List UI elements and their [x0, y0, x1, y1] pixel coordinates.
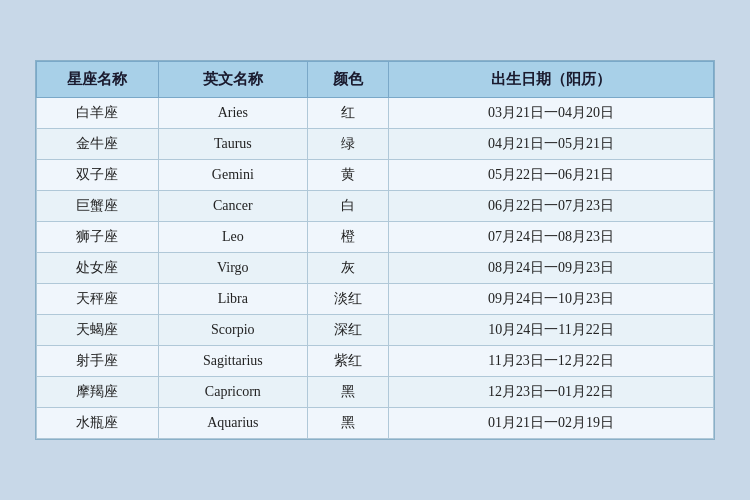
- cell-en: Taurus: [158, 129, 307, 160]
- cell-date: 06月22日一07月23日: [389, 191, 714, 222]
- cell-en: Libra: [158, 284, 307, 315]
- cell-en: Virgo: [158, 253, 307, 284]
- table-row: 金牛座Taurus绿04月21日一05月21日: [37, 129, 714, 160]
- table-row: 水瓶座Aquarius黑01月21日一02月19日: [37, 408, 714, 439]
- cell-date: 11月23日一12月22日: [389, 346, 714, 377]
- cell-zh: 金牛座: [37, 129, 159, 160]
- cell-color: 灰: [307, 253, 388, 284]
- cell-zh: 摩羯座: [37, 377, 159, 408]
- cell-date: 12月23日一01月22日: [389, 377, 714, 408]
- table-row: 天蝎座Scorpio深红10月24日一11月22日: [37, 315, 714, 346]
- table-row: 处女座Virgo灰08月24日一09月23日: [37, 253, 714, 284]
- cell-en: Sagittarius: [158, 346, 307, 377]
- table-row: 巨蟹座Cancer白06月22日一07月23日: [37, 191, 714, 222]
- cell-date: 10月24日一11月22日: [389, 315, 714, 346]
- cell-color: 黑: [307, 377, 388, 408]
- cell-color: 黑: [307, 408, 388, 439]
- cell-color: 橙: [307, 222, 388, 253]
- cell-zh: 巨蟹座: [37, 191, 159, 222]
- cell-color: 黄: [307, 160, 388, 191]
- cell-en: Scorpio: [158, 315, 307, 346]
- cell-color: 红: [307, 98, 388, 129]
- cell-date: 09月24日一10月23日: [389, 284, 714, 315]
- table-row: 射手座Sagittarius紫红11月23日一12月22日: [37, 346, 714, 377]
- cell-date: 04月21日一05月21日: [389, 129, 714, 160]
- header-en-name: 英文名称: [158, 62, 307, 98]
- cell-en: Capricorn: [158, 377, 307, 408]
- cell-en: Aquarius: [158, 408, 307, 439]
- cell-zh: 双子座: [37, 160, 159, 191]
- table-row: 天秤座Libra淡红09月24日一10月23日: [37, 284, 714, 315]
- cell-en: Leo: [158, 222, 307, 253]
- cell-zh: 白羊座: [37, 98, 159, 129]
- header-color: 颜色: [307, 62, 388, 98]
- cell-zh: 狮子座: [37, 222, 159, 253]
- header-date: 出生日期（阳历）: [389, 62, 714, 98]
- cell-zh: 水瓶座: [37, 408, 159, 439]
- cell-color: 紫红: [307, 346, 388, 377]
- header-zh-name: 星座名称: [37, 62, 159, 98]
- table-row: 双子座Gemini黄05月22日一06月21日: [37, 160, 714, 191]
- table-row: 白羊座Aries红03月21日一04月20日: [37, 98, 714, 129]
- cell-date: 08月24日一09月23日: [389, 253, 714, 284]
- cell-zh: 天秤座: [37, 284, 159, 315]
- cell-date: 05月22日一06月21日: [389, 160, 714, 191]
- table-header-row: 星座名称 英文名称 颜色 出生日期（阳历）: [37, 62, 714, 98]
- cell-date: 07月24日一08月23日: [389, 222, 714, 253]
- cell-zh: 天蝎座: [37, 315, 159, 346]
- table-row: 狮子座Leo橙07月24日一08月23日: [37, 222, 714, 253]
- cell-color: 淡红: [307, 284, 388, 315]
- cell-zh: 射手座: [37, 346, 159, 377]
- zodiac-table: 星座名称 英文名称 颜色 出生日期（阳历） 白羊座Aries红03月21日一04…: [36, 61, 714, 439]
- cell-color: 深红: [307, 315, 388, 346]
- cell-en: Cancer: [158, 191, 307, 222]
- cell-en: Aries: [158, 98, 307, 129]
- cell-color: 绿: [307, 129, 388, 160]
- table-body: 白羊座Aries红03月21日一04月20日金牛座Taurus绿04月21日一0…: [37, 98, 714, 439]
- zodiac-table-container: 星座名称 英文名称 颜色 出生日期（阳历） 白羊座Aries红03月21日一04…: [35, 60, 715, 440]
- table-row: 摩羯座Capricorn黑12月23日一01月22日: [37, 377, 714, 408]
- cell-zh: 处女座: [37, 253, 159, 284]
- cell-date: 01月21日一02月19日: [389, 408, 714, 439]
- cell-en: Gemini: [158, 160, 307, 191]
- cell-color: 白: [307, 191, 388, 222]
- cell-date: 03月21日一04月20日: [389, 98, 714, 129]
